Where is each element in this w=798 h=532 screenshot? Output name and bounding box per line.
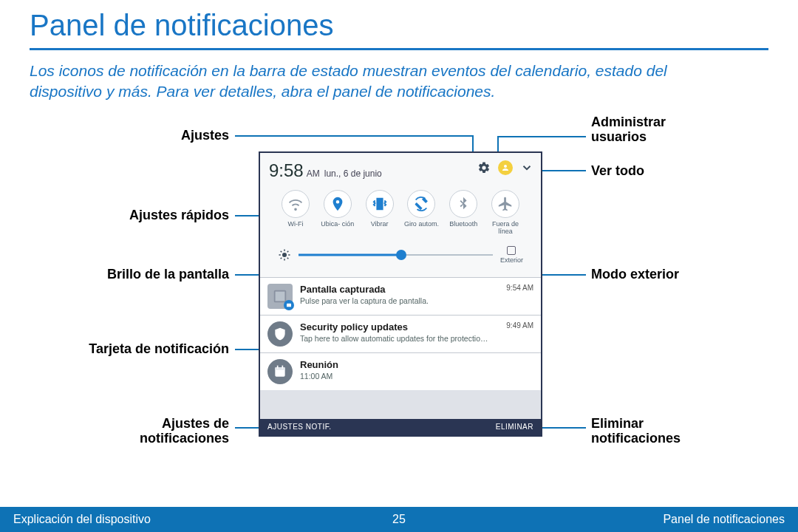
footer-right: Panel de notificaciones (663, 513, 785, 526)
callout-ajustes-rapidos: Ajustes rápidos (66, 208, 229, 223)
notification-card[interactable]: Reunión 11:00 AM (260, 352, 541, 390)
brightness-icon (278, 248, 291, 262)
svg-line-8 (281, 257, 282, 259)
status-date: lun., 6 de junio (324, 168, 382, 179)
image-badge-icon (284, 300, 294, 310)
calendar-icon (267, 359, 293, 384)
user-icon[interactable] (498, 160, 513, 175)
qs-airplane[interactable]: Fuera de línea (485, 190, 526, 236)
notif-sub: Tap here to allow automatic updates for … (300, 334, 492, 343)
notif-sub: Pulse para ver la captura de pantalla. (300, 296, 429, 305)
svg-rect-11 (276, 291, 285, 301)
title-rule (30, 48, 768, 50)
qs-vibrate[interactable]: Vibrar (359, 190, 400, 236)
callout-brillo: Brillo de la pantalla (37, 267, 229, 282)
svg-rect-0 (377, 198, 382, 209)
svg-line-7 (287, 257, 289, 259)
callout-administrar-usuarios-text: Administrar usuarios (591, 115, 709, 145)
status-ampm: AM (307, 168, 320, 179)
notif-time: 9:54 AM (506, 284, 533, 292)
panel-footer-right[interactable]: ELIMINAR (496, 423, 533, 431)
callout-ajustes: Ajustes (66, 128, 229, 143)
callout-administrar-usuarios: Administrar usuarios (591, 115, 709, 145)
exterior-checkbox[interactable] (507, 246, 516, 255)
qs-vibrate-label: Vibrar (371, 221, 389, 236)
svg-rect-16 (282, 365, 284, 368)
exterior-toggle[interactable]: Exterior (500, 246, 523, 264)
footer-left: Explicación del dispositivo (13, 513, 151, 526)
qs-wifi[interactable]: Wi-Fi (275, 190, 316, 236)
svg-rect-15 (277, 365, 279, 368)
notification-card[interactable]: Security policy updates Tap here to allo… (260, 315, 541, 352)
svg-rect-12 (287, 303, 291, 307)
quick-settings-row: Wi-Fi Ubica- ción Vibrar Giro autom. (269, 190, 532, 236)
qs-location[interactable]: Ubica- ción (317, 190, 358, 236)
panel-footer: AJUSTES NOTIF. ELIMINAR (260, 419, 541, 435)
exterior-label: Exterior (500, 256, 523, 264)
brightness-slider[interactable] (299, 250, 493, 260)
svg-line-6 (281, 250, 282, 252)
qs-bluetooth-label: Bluetooth (449, 221, 477, 236)
qs-autorotate-label: Giro autom. (404, 221, 439, 236)
page-title: Panel de notificaciones (0, 0, 798, 48)
phone-panel: 9:58 AM lun., 6 de junio (259, 151, 542, 437)
callout-ver-todo: Ver todo (591, 163, 644, 179)
notif-title: Security policy updates (300, 321, 492, 332)
chevron-down-icon[interactable] (520, 161, 533, 174)
callout-tarjeta: Tarjeta de notificación (37, 341, 229, 357)
qs-autorotate[interactable]: Giro autom. (400, 190, 442, 236)
footer-page-number: 25 (392, 513, 406, 526)
brightness-row: Exterior (269, 236, 532, 271)
notif-title: Pantalla capturada (300, 284, 429, 295)
notif-title: Reunión (300, 359, 338, 370)
qs-location-label: Ubica- ción (321, 221, 354, 236)
screenshot-thumb-icon (267, 284, 293, 309)
notif-time: 9:49 AM (506, 321, 533, 330)
qs-airplane-label: Fuera de línea (485, 221, 526, 236)
notification-list: Pantalla capturada Pulse para ver la cap… (260, 277, 541, 390)
notification-card[interactable]: Pantalla capturada Pulse para ver la cap… (260, 277, 541, 315)
intro-text: Los iconos de notificación en la barra d… (0, 61, 739, 110)
callout-eliminar-notif-text: Eliminar notificaciones (591, 416, 724, 446)
callout-ajustes-notif: Ajustes de notificaciones (89, 416, 229, 446)
status-time: 9:58 (269, 160, 304, 181)
panel-footer-left[interactable]: AJUSTES NOTIF. (267, 423, 331, 431)
notif-sub: 11:00 AM (300, 372, 338, 381)
shield-icon (267, 321, 293, 347)
qs-wifi-label: Wi-Fi (288, 221, 304, 236)
diagram: Ajustes Administrar usuarios Ver todo Aj… (30, 110, 768, 457)
page-footer: Explicación del dispositivo 25 Panel de … (0, 507, 798, 532)
svg-line-9 (287, 250, 289, 252)
callout-modo-exterior: Modo exterior (591, 267, 679, 282)
svg-rect-14 (275, 367, 284, 369)
callout-eliminar-notif: Eliminar notificaciones (591, 416, 724, 446)
gear-icon[interactable] (477, 161, 491, 174)
svg-point-1 (282, 253, 287, 257)
qs-bluetooth[interactable]: Bluetooth (443, 190, 484, 236)
phone-top: 9:58 AM lun., 6 de junio (260, 153, 541, 277)
